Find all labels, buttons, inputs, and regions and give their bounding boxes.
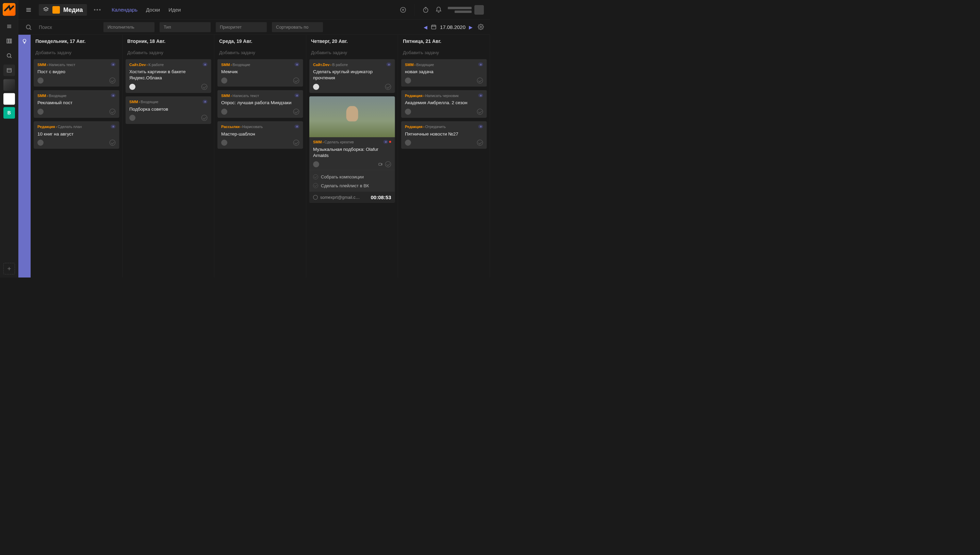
red-dot-indicator xyxy=(389,141,391,143)
check-icon[interactable] xyxy=(110,78,116,84)
user-menu[interactable] xyxy=(448,5,484,14)
add-task-button[interactable]: Добавить задачу xyxy=(123,48,214,59)
search-input[interactable] xyxy=(39,24,104,30)
search-icon[interactable] xyxy=(18,20,39,35)
assignee-avatar[interactable] xyxy=(313,84,319,90)
link-chip-icon: ⊘ xyxy=(384,140,388,144)
assignee-avatar[interactable] xyxy=(129,115,136,121)
tab-boards[interactable]: Доски xyxy=(146,7,160,13)
project-item-2[interactable] xyxy=(3,93,15,105)
workspace-more-button[interactable]: ••• xyxy=(94,7,102,13)
bell-icon[interactable] xyxy=(435,6,442,14)
task-card[interactable]: SMM›Входящие ⊘ Рекламный пост xyxy=(34,90,120,118)
assignee-avatar[interactable] xyxy=(221,78,227,84)
check-icon[interactable] xyxy=(110,109,116,115)
subtask-list: Собрать композицииСделать плейлист в ВК … xyxy=(309,170,395,203)
link-chip-icon: ⊘ xyxy=(203,100,208,104)
task-card[interactable]: SMM›Входящие ⊘ Мемчик xyxy=(217,59,303,87)
boards-icon[interactable] xyxy=(3,35,15,47)
kanban-board: Понедельник, 17 Авг. Добавить задачу SMM… xyxy=(18,35,490,278)
task-card[interactable]: SMM›Входящие ⊘ Подборка советов xyxy=(126,96,211,124)
assignee-avatar[interactable] xyxy=(405,109,411,115)
menu-toggle[interactable] xyxy=(3,21,15,32)
tab-calendar[interactable]: Календарь xyxy=(112,7,137,13)
task-card[interactable]: SMM›Написать текст ⊘ Пост с видео xyxy=(34,59,120,87)
check-icon[interactable] xyxy=(201,115,208,121)
ideas-side-button[interactable] xyxy=(18,35,30,278)
check-icon[interactable] xyxy=(110,140,116,146)
task-card[interactable]: SMM›Сделать креатив ⊘ Музыкальная подбор… xyxy=(309,96,395,203)
column-title: Понедельник, 17 Авг. xyxy=(30,35,123,48)
check-icon[interactable] xyxy=(385,161,391,167)
hamburger-button[interactable] xyxy=(18,0,39,20)
assignee-avatar[interactable] xyxy=(129,84,136,90)
date-next-button[interactable]: ▶ xyxy=(469,24,473,30)
task-card[interactable]: Редакция›Отредачить ⊘ Пятничные новости … xyxy=(401,121,487,149)
task-card[interactable]: Рассылки›Нарисовать ⊘ Мастер-шаблон xyxy=(217,121,303,149)
card-title: Пост с видео xyxy=(37,69,116,75)
link-chip-icon: ⊘ xyxy=(478,125,483,128)
task-card[interactable]: Редакция›Написать черновик ⊘ Академия Ам… xyxy=(401,90,487,118)
task-card[interactable]: Сайт.Dev›К работе ⊘ Хостить картинки в б… xyxy=(126,59,211,93)
assignee-avatar[interactable] xyxy=(221,140,227,146)
check-icon[interactable] xyxy=(293,140,299,146)
check-icon[interactable] xyxy=(477,78,483,84)
filter-toolbar: Исполнитель Тип Приоритет Сортировать по… xyxy=(18,20,490,35)
workspace-picker[interactable]: Медиа xyxy=(39,4,87,16)
check-icon[interactable] xyxy=(477,140,483,146)
card-breadcrumb: SMM›Входящие xyxy=(221,63,250,67)
subtask-label: Собрать композиции xyxy=(321,174,364,180)
app-logo[interactable] xyxy=(3,3,16,16)
svg-line-7 xyxy=(10,57,11,58)
project-initial: В xyxy=(8,110,11,116)
filter-type[interactable]: Тип xyxy=(160,22,211,32)
subtask-item[interactable]: Собрать композиции xyxy=(313,173,391,181)
assignee-avatar[interactable] xyxy=(405,140,411,146)
task-card[interactable]: Редакция›Сделать план ⊘ 10 книг на авгус… xyxy=(34,121,120,149)
tab-ideas[interactable]: Идеи xyxy=(168,7,181,13)
search-icon-rail[interactable] xyxy=(3,50,15,62)
calendar-icon[interactable] xyxy=(431,24,436,30)
add-project-button[interactable] xyxy=(3,263,15,274)
date-prev-button[interactable]: ◀ xyxy=(424,24,427,30)
avatar xyxy=(474,5,484,14)
day-column: Пятница, 21 Авг. Добавить задачу SMM›Вхо… xyxy=(398,35,490,278)
filter-assignee[interactable]: Исполнитель xyxy=(104,22,155,32)
assignee-avatar[interactable] xyxy=(313,161,319,167)
timer-icon[interactable] xyxy=(422,6,429,14)
check-icon[interactable] xyxy=(477,109,483,115)
task-card[interactable]: SMM›Написать текст ⊘ Опрос: лучшая работ… xyxy=(217,90,303,118)
check-icon[interactable] xyxy=(201,84,208,90)
check-icon[interactable] xyxy=(293,109,299,115)
card-breadcrumb: SMM›Сделать креатив xyxy=(313,140,354,144)
project-item-3[interactable]: В xyxy=(3,107,15,119)
svg-line-23 xyxy=(30,28,31,30)
task-card[interactable]: Сайт.Dev›В работе ⊘ Сделать круглый инди… xyxy=(309,59,395,93)
check-icon[interactable] xyxy=(293,78,299,84)
project-item-1[interactable] xyxy=(3,79,15,91)
timer-row[interactable]: somexprt@gmail.c… 00:08:53 xyxy=(309,192,395,203)
task-card[interactable]: SMM›Входящие ⊘ новая задача xyxy=(401,59,487,87)
add-task-button[interactable]: Добавить задачу xyxy=(30,48,123,59)
link-chip-icon: ⊘ xyxy=(478,63,483,66)
link-chip-icon: ⊘ xyxy=(295,63,299,66)
timer-value: 00:08:53 xyxy=(371,194,391,200)
assignee-avatar[interactable] xyxy=(37,140,43,146)
settings-icon[interactable] xyxy=(478,24,484,30)
filter-sort[interactable]: Сортировать по xyxy=(272,22,323,32)
check-icon[interactable] xyxy=(385,84,391,90)
archive-icon[interactable] xyxy=(3,65,15,76)
svg-rect-24 xyxy=(432,25,436,29)
assignee-avatar[interactable] xyxy=(37,78,43,84)
filter-priority[interactable]: Приоритет xyxy=(216,22,267,32)
subtask-item[interactable]: Сделать плейлист в ВК xyxy=(313,181,391,190)
assignee-avatar[interactable] xyxy=(405,78,411,84)
svg-rect-4 xyxy=(8,39,10,43)
assignee-avatar[interactable] xyxy=(221,109,227,115)
add-task-button[interactable]: Добавить задачу xyxy=(306,48,398,59)
add-task-button[interactable]: Добавить задачу xyxy=(398,48,490,59)
add-task-button[interactable]: Добавить задачу xyxy=(214,48,306,59)
add-button[interactable] xyxy=(400,6,407,14)
assignee-avatar[interactable] xyxy=(37,109,43,115)
card-breadcrumb: Рассылки›Нарисовать xyxy=(221,125,263,129)
